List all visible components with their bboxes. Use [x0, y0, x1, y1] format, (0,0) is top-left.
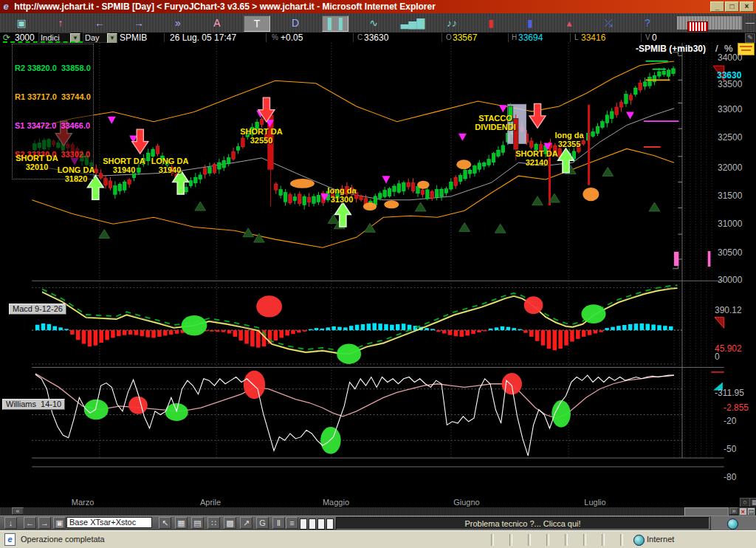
fast-forward-icon[interactable]: »: [165, 16, 190, 30]
trade-annotation: LONG DA 31940: [129, 157, 210, 174]
symbol-name: SPMIB: [120, 32, 147, 43]
internet-zone-icon: [633, 535, 645, 546]
trade-annotation: STACCO DIVIDENDI: [455, 114, 536, 131]
chart-scrollbar[interactable]: « » × ▤: [0, 507, 756, 516]
document-icon: e: [4, 533, 16, 546]
price-axis-label: 33000: [718, 105, 742, 114]
price-axis-label: 30500: [718, 248, 742, 257]
dots-icon[interactable]: ∷: [207, 517, 220, 529]
williams-axis-label: -20: [724, 417, 736, 425]
quote-bar: ⟳ 3000 Indici ▼ Day ▼ SPMIB 26 Lug. 05 1…: [0, 32, 756, 43]
bottom-toolbar: Problema tecnico ?... Clicca qui! ↓←→▣↖▦…: [0, 516, 756, 530]
keyboard-icon[interactable]: ▤: [191, 517, 204, 529]
line-view-icon[interactable]: ∿: [361, 16, 386, 30]
macd-axis-label: 390.12: [715, 306, 742, 315]
annotate-a-icon[interactable]: A: [205, 16, 230, 30]
list-numbers-icon[interactable]: Ⅱ: [272, 517, 285, 529]
browser-window: e http://www.jchart.it - SPMIB [Day] < F…: [0, 0, 756, 548]
ie-logo-icon: e: [0, 0, 12, 13]
williams-axis-label: -80: [724, 473, 736, 482]
quote-datetime: 26 Lug. 05 17:47: [170, 32, 236, 43]
minimize-button[interactable]: _: [710, 1, 724, 12]
candlestick-view-icon[interactable]: ▌▐: [322, 16, 348, 32]
pivot-s1: S1 33472.0 33466.0: [15, 121, 91, 131]
upload-icon[interactable]: ↑: [48, 16, 73, 30]
frame-bar-icon[interactable]: [317, 518, 325, 530]
price-axis-label: 32000: [718, 163, 742, 172]
image-icon[interactable]: ▦: [175, 517, 188, 529]
current-price-label: 33630: [717, 70, 741, 81]
pct-label: %: [272, 32, 278, 43]
back-small-icon[interactable]: ←: [24, 517, 36, 529]
indicator-blue-icon[interactable]: ▮: [518, 16, 543, 30]
window-title: http://www.jchart.it - SPMIB [Day] < Fur…: [14, 1, 436, 12]
trade-annotation: SHORT DA 32140: [496, 149, 577, 167]
export-icon[interactable]: ↗: [240, 517, 252, 529]
forward-small-icon[interactable]: →: [38, 517, 51, 529]
sell-signal-arrow: [132, 129, 148, 154]
bar-view-icon[interactable]: ▃▅▇: [400, 16, 425, 30]
close-value: 33630: [364, 32, 388, 43]
grid-icon[interactable]: ▩: [224, 517, 236, 529]
edit-page-icon[interactable]: ✎: [745, 33, 755, 43]
notes-icon[interactable]: ♪♪: [439, 16, 464, 30]
period-select[interactable]: Day: [83, 32, 109, 43]
pointer-icon[interactable]: ↖: [159, 517, 171, 529]
volume-value: 0: [652, 32, 657, 43]
save-icon[interactable]: ↓: [4, 517, 17, 529]
macd-axis-label: 0: [715, 352, 720, 361]
text-tool-icon[interactable]: T: [244, 16, 270, 32]
export-chart-icon[interactable]: ▣: [9, 16, 34, 30]
high-value: 33694: [518, 32, 543, 43]
back-icon[interactable]: ←: [87, 16, 112, 30]
collapse-toolbar-icon[interactable]: —: [746, 18, 755, 28]
title-bar: e http://www.jchart.it - SPMIB [Day] < F…: [0, 0, 756, 13]
macd-axis-label: -311.95: [715, 388, 744, 397]
chart-toolbar: — ▣↑←→»ATD▌▐∿▃▅▇♪♪▮▮▴⤰?: [0, 13, 756, 33]
status-bar: e Operazione completata Internet: [0, 530, 756, 548]
disabled-zone: [677, 16, 742, 30]
restore-button[interactable]: □: [725, 1, 739, 12]
wrench-icon[interactable]: ⤰: [596, 16, 621, 30]
forward-icon[interactable]: →: [126, 16, 151, 30]
close-window-icon[interactable]: ×: [739, 507, 747, 516]
period-select-arrow-icon[interactable]: ▼: [107, 33, 117, 44]
scroll-left-button[interactable]: «: [12, 507, 24, 515]
flag-tool-icon[interactable]: ▴: [557, 16, 582, 30]
price-axis-label: 31000: [718, 219, 742, 228]
open-value: 33567: [453, 32, 477, 43]
legend-icon[interactable]: G: [256, 517, 269, 529]
price-axis-label: 32500: [718, 133, 742, 142]
scroll-right-button[interactable]: »: [729, 507, 738, 515]
low-label: L: [574, 32, 579, 43]
indicator-red-icon[interactable]: ▮: [478, 16, 504, 30]
price-axis-label: 30000: [718, 275, 742, 284]
close-button[interactable]: ×: [740, 1, 754, 12]
print-icon[interactable]: ▤: [747, 507, 755, 516]
chart-area[interactable]: R2 33820.0 33858.0 R1 33717.0 33744.0 S1…: [0, 43, 756, 507]
trade-annotation: long da 31300: [301, 186, 382, 204]
chart-symbol-label: -SPMIB (+mib30): [583, 44, 706, 54]
macd-panel-tag[interactable]: Macd 9-12-26: [9, 304, 66, 315]
frame-bar-icon[interactable]: [300, 518, 307, 530]
help-icon[interactable]: ?: [635, 16, 660, 30]
frame-bar-icon[interactable]: [326, 518, 334, 530]
snapshot-icon[interactable]: ▣: [53, 517, 66, 529]
template-input[interactable]: [66, 517, 152, 528]
volume-label: V: [645, 32, 650, 43]
pivot-r2: R2 33820.0 33858.0: [15, 64, 91, 73]
price-axis-label: 34000: [718, 53, 742, 62]
open-label: O: [446, 32, 452, 43]
williams-panel-tag[interactable]: Williams 14-10: [2, 399, 65, 410]
frame-bar-icon[interactable]: [309, 518, 316, 530]
williams-axis-label: -2.855: [724, 403, 749, 412]
williams-axis-label: -50: [724, 445, 736, 453]
tech-problem-banner[interactable]: Problema tecnico ?... Clicca qui!: [336, 517, 709, 530]
high-label: H: [512, 32, 517, 43]
status-text: Operazione completata: [21, 531, 105, 547]
pct-change: +0.05: [281, 32, 303, 43]
pivot-r1: R1 33717.0 33744.0: [15, 92, 91, 102]
color-bands-icon[interactable]: ≡: [286, 517, 298, 529]
draw-tool-icon[interactable]: D: [283, 16, 308, 30]
chart-canvas[interactable]: [0, 43, 756, 507]
